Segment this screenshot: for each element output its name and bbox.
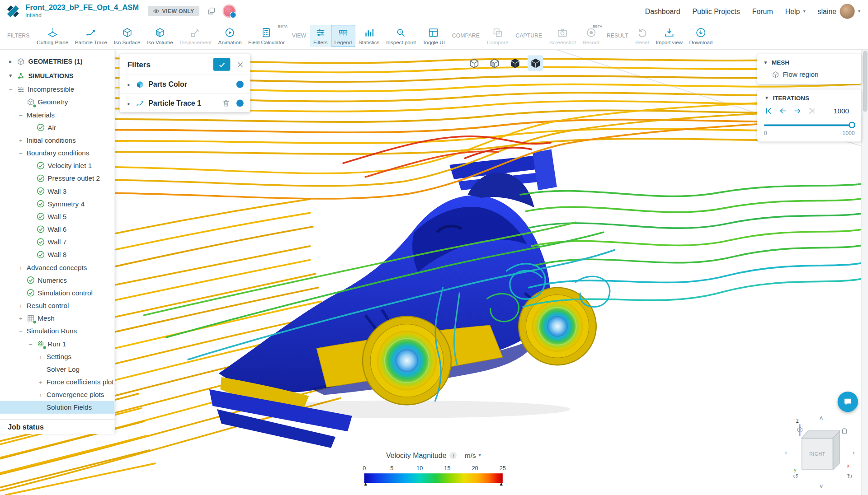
project-title-block[interactable]: Front_2023_bP_FE_Opt_4_ASM intishd (25, 4, 139, 19)
tree-item-advanced-concepts[interactable]: +Advanced concepts (0, 261, 114, 274)
tree-item-air[interactable]: Air (0, 121, 114, 134)
iterations-panel-header[interactable]: ▾ ITERATIONS (764, 94, 855, 101)
mesh-panel-header[interactable]: ▾ MESH (763, 59, 856, 66)
iso-surface-button[interactable]: Iso Surface (110, 24, 144, 47)
expand-icon[interactable]: + (38, 353, 43, 360)
iteration-slider[interactable] (764, 121, 855, 128)
tree-item-initial-conditions[interactable]: +Initial conditions (0, 134, 114, 146)
tree-section-simulations[interactable]: ▾SIMULATIONS (0, 69, 114, 83)
tree-item-mesh[interactable]: +Mesh (0, 312, 114, 325)
collapse-icon[interactable]: − (18, 149, 24, 156)
statistics-button[interactable]: Statistics (355, 24, 383, 47)
tree-item-wall-8[interactable]: Wall 8 (0, 248, 114, 261)
visibility-toggle-dot[interactable] (236, 81, 244, 88)
collaborator-avatar[interactable] (222, 5, 236, 18)
tree-item-materials[interactable]: −Materials (0, 108, 114, 121)
tree-item-force-coefficients-plot[interactable]: +Force coefficients plot (0, 375, 114, 388)
job-status-bar[interactable]: Job status (0, 419, 114, 434)
nav-help[interactable]: Help (785, 7, 800, 15)
delete-filter-trash-icon[interactable] (222, 99, 230, 107)
tree-item-wall-7[interactable]: Wall 7 (0, 236, 114, 248)
rotate-right-chevron[interactable]: › (853, 448, 855, 456)
home-view-button[interactable] (840, 426, 849, 434)
tree-item-simulation-runs[interactable]: −Simulation Runs (0, 325, 114, 337)
unit-select[interactable]: m/s ▾ (465, 452, 481, 459)
rotate-left-chevron[interactable]: ‹ (785, 448, 787, 456)
legend-button[interactable]: Legend (331, 24, 355, 47)
expand-icon[interactable]: + (38, 378, 43, 385)
tree-item-pressure-outlet-2[interactable]: Pressure outlet 2 (0, 172, 114, 185)
nav-dashboard[interactable]: Dashboard (645, 7, 680, 15)
step-forward-button[interactable] (793, 106, 802, 116)
download-button[interactable]: Download (686, 24, 716, 47)
min-marker-icon[interactable]: ▲ (363, 481, 368, 486)
import-view-button[interactable]: Import view (652, 24, 686, 47)
apply-filters-button[interactable] (213, 58, 230, 71)
roll-ccw-button[interactable]: ↺ (793, 473, 798, 481)
orthographic-view-button[interactable] (486, 55, 502, 70)
expand-icon[interactable]: + (38, 391, 43, 398)
iso-volume-button[interactable]: Iso Volume (144, 24, 176, 47)
chevron-down-icon[interactable]: ▾ (8, 73, 13, 79)
step-back-button[interactable] (778, 106, 788, 116)
info-icon[interactable]: i (450, 452, 457, 459)
tree-item-numerics[interactable]: Numerics (0, 274, 114, 286)
close-filters-button[interactable] (236, 60, 245, 69)
tree-item-wall-5[interactable]: Wall 5 (0, 210, 114, 223)
tree-item-run-1[interactable]: −Run 1 (0, 337, 114, 350)
collapse-icon[interactable]: − (28, 341, 33, 347)
field-calculator-button[interactable]: BETAField Calculator (245, 24, 288, 47)
tree-item-wall-3[interactable]: Wall 3 (0, 185, 114, 197)
chevron-right-icon[interactable]: ▸ (126, 100, 132, 106)
cutting-plane-button[interactable]: Cutting Plane (33, 24, 72, 47)
tree-item-incompressible[interactable]: −Incompressible (0, 83, 114, 96)
tree-item-convergence-plots[interactable]: +Convergence plots (0, 388, 114, 401)
chevron-right-icon[interactable]: ▸ (8, 59, 13, 64)
particle-trace-button[interactable]: Particle Trace (71, 24, 110, 47)
solid-render-button[interactable] (507, 55, 523, 70)
tree-item-solution-fields[interactable]: Solution Fields (0, 401, 114, 414)
3d-viewport[interactable]: ▸GEOMETRIES (1) ▾SIMULATIONS −Incompress… (0, 50, 868, 495)
visibility-toggle-dot[interactable] (236, 99, 244, 107)
tree-item-simulation-control[interactable]: Simulation control (0, 286, 114, 299)
tree-item-result-control[interactable]: +Result control (0, 299, 114, 312)
tree-item-velocity-inlet-1[interactable]: Velocity inlet 1 (0, 159, 114, 172)
copy-project-button[interactable] (207, 7, 216, 16)
inspect-point-button[interactable]: Inspect point (383, 24, 420, 47)
support-chat-button[interactable] (838, 392, 858, 412)
filter-row-parts-color[interactable]: ▸ Parts Color (119, 75, 250, 93)
perspective-view-button[interactable] (466, 55, 481, 70)
cube-face-right[interactable]: RIGHT (802, 438, 833, 470)
solid-edges-render-button[interactable] (528, 55, 543, 70)
tree-item-solver-log[interactable]: Solver Log (0, 363, 114, 375)
collapse-icon[interactable]: − (18, 112, 24, 118)
filter-row-particle-trace-1[interactable]: ▸ Particle Trace 1 (119, 93, 250, 112)
expand-icon[interactable]: + (18, 315, 24, 322)
nav-public-projects[interactable]: Public Projects (692, 7, 740, 15)
rotate-down-chevron[interactable]: ˅ (819, 483, 823, 490)
skip-to-start-button[interactable] (764, 106, 774, 116)
tree-item-wall-6[interactable]: Wall 6 (0, 223, 114, 235)
mesh-item-flow-region[interactable]: Flow region (763, 71, 856, 79)
max-marker-icon[interactable]: ▲ (499, 481, 504, 486)
tree-item-settings[interactable]: +Settings (0, 350, 114, 363)
expand-icon[interactable]: + (18, 137, 24, 144)
expand-icon[interactable]: + (18, 302, 24, 309)
user-menu[interactable]: slaine ▾ (818, 4, 860, 19)
collapse-icon[interactable]: − (18, 328, 24, 335)
slider-handle[interactable] (849, 121, 855, 128)
projection-toggle-icon[interactable] (796, 426, 804, 434)
toggle-ui-button[interactable]: Toggle UI (419, 24, 448, 47)
roll-cw-button[interactable]: ↻ (847, 473, 852, 481)
tree-section-geometries[interactable]: ▸GEOMETRIES (1) (0, 54, 114, 69)
tree-item-boundary-conditions[interactable]: −Boundary conditions (0, 146, 114, 159)
filters-button[interactable]: Filters (310, 24, 331, 47)
nav-forum[interactable]: Forum (752, 7, 773, 15)
scrollbar-thumb[interactable] (863, 51, 868, 112)
chevron-right-icon[interactable]: ▸ (126, 82, 132, 87)
collapse-icon[interactable]: − (8, 86, 14, 93)
tree-item-geometry[interactable]: Geometry (0, 96, 114, 108)
simscale-logo-icon[interactable] (5, 4, 20, 19)
tree-item-symmetry-4[interactable]: Symmetry 4 (0, 197, 114, 210)
animation-button[interactable]: Animation (215, 24, 245, 47)
